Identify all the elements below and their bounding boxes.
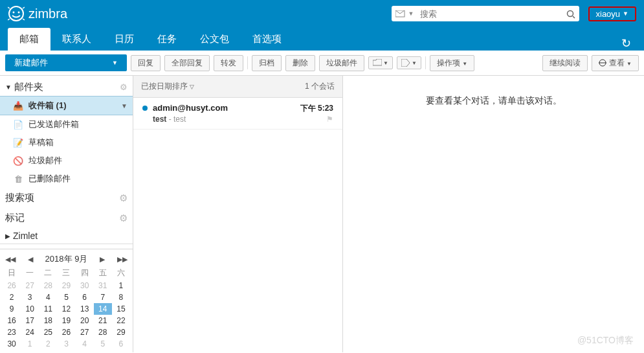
logo-icon — [8, 5, 25, 22]
cal-day[interactable]: 28 — [39, 280, 57, 291]
archive-button[interactable]: 归档 — [252, 55, 282, 71]
cal-day[interactable]: 25 — [39, 326, 57, 338]
cal-day[interactable]: 1 — [21, 338, 39, 350]
mini-calendar: ◀◀ ◀ 2018年 9月 ▶ ▶▶ 日一二三四五六26272829303112… — [0, 249, 133, 352]
folders-header[interactable]: ▼ 邮件夹 ⚙ — [0, 78, 133, 96]
cal-day[interactable]: 23 — [3, 326, 21, 338]
msg-from: admin@husyt.com — [153, 103, 228, 113]
mail-scope-icon[interactable] — [395, 9, 406, 19]
cal-day[interactable]: 8 — [112, 291, 130, 303]
sidebar-item-spam[interactable]: 🚫垃圾邮件 — [0, 152, 133, 170]
tab-首选项[interactable]: 首选项 — [241, 28, 293, 51]
cal-day[interactable]: 24 — [21, 326, 39, 338]
cal-day[interactable]: 26 — [57, 326, 75, 338]
tag-button[interactable]: ▼ — [397, 56, 421, 69]
cal-prev-year[interactable]: ◀◀ — [5, 255, 16, 264]
cal-next-month[interactable]: ▶ — [100, 255, 105, 264]
compose-button[interactable]: 新建邮件 ▼ — [5, 54, 127, 71]
inbox-icon: 📥 — [13, 101, 23, 111]
forward-button[interactable]: 转发 — [214, 55, 243, 71]
reply-button[interactable]: 回复 — [131, 55, 161, 71]
cal-day[interactable]: 20 — [76, 315, 94, 326]
cal-day[interactable]: 16 — [3, 315, 21, 326]
cal-day[interactable]: 3 — [57, 338, 75, 350]
cal-day[interactable]: 19 — [57, 315, 75, 326]
folder-move-button[interactable]: ▼ — [368, 56, 393, 69]
cal-day[interactable]: 27 — [76, 326, 94, 338]
sent-icon: 📄 — [13, 120, 23, 130]
empty-placeholder: 要查看某个对话，请单击该对话。 — [426, 95, 562, 106]
cal-day[interactable]: 28 — [94, 326, 112, 338]
cal-day[interactable]: 30 — [76, 280, 94, 291]
cal-day[interactable]: 2 — [3, 291, 21, 303]
search-box[interactable]: ▼ — [392, 6, 579, 21]
spam-button[interactable]: 垃圾邮件 — [319, 55, 364, 71]
continue-reading-button[interactable]: 继续阅读 — [542, 55, 588, 71]
cal-day[interactable]: 13 — [76, 303, 94, 315]
reply-all-button[interactable]: 全部回复 — [164, 55, 210, 71]
msg-preview: - test — [169, 115, 186, 124]
chevron-down-icon: ▼ — [112, 60, 118, 66]
cal-day[interactable]: 21 — [94, 315, 112, 326]
view-button[interactable]: 查看 ▼ — [592, 55, 639, 71]
message-item[interactable]: admin@husyt.com下午 5:23test - test⚑ — [133, 98, 342, 130]
reading-pane: 要查看某个对话，请单击该对话。 — [343, 76, 644, 352]
cal-day[interactable]: 30 — [3, 338, 21, 350]
cal-prev-month[interactable]: ◀ — [28, 255, 33, 264]
cal-day[interactable]: 14 — [94, 303, 112, 315]
cal-day[interactable]: 4 — [76, 338, 94, 350]
logo-text: zimbra — [28, 6, 67, 21]
cal-day[interactable]: 1 — [112, 280, 130, 291]
search-icon[interactable] — [566, 8, 575, 19]
sidebar-item-sent[interactable]: 📄已发送邮件箱 — [0, 115, 133, 133]
gear-icon[interactable]: ⚙ — [119, 192, 128, 204]
cal-day[interactable]: 22 — [112, 315, 130, 326]
cal-day[interactable]: 7 — [94, 291, 112, 303]
cal-day[interactable]: 12 — [57, 303, 75, 315]
cal-day[interactable]: 4 — [39, 291, 57, 303]
cal-day[interactable]: 31 — [94, 280, 112, 291]
tab-邮箱[interactable]: 邮箱 — [8, 28, 50, 51]
chevron-down-icon[interactable]: ▼ — [121, 102, 128, 109]
list-header[interactable]: 已按日期排序 ▽ 1 个会话 — [133, 76, 342, 98]
refresh-icon[interactable]: ↻ — [621, 36, 631, 51]
cal-next-year[interactable]: ▶▶ — [117, 255, 128, 264]
zimlet-section[interactable]: ▶ Zimlet — [0, 228, 133, 244]
cal-day[interactable]: 26 — [3, 280, 21, 291]
cal-day[interactable]: 29 — [112, 326, 130, 338]
search-section[interactable]: 搜索项 ⚙ — [0, 188, 133, 208]
sidebar-item-draft[interactable]: 📝草稿箱 — [0, 133, 133, 152]
cal-day[interactable]: 3 — [21, 291, 39, 303]
cal-day[interactable]: 27 — [21, 280, 39, 291]
cal-day[interactable]: 6 — [76, 291, 94, 303]
actions-button[interactable]: 操作项 ▼ — [430, 55, 474, 71]
cal-day[interactable]: 29 — [57, 280, 75, 291]
user-menu-button[interactable]: xiaoyu ▼ — [588, 6, 637, 21]
msg-time: 下午 5:23 — [300, 103, 333, 114]
svg-point-0 — [9, 6, 23, 21]
flag-icon[interactable]: ⚑ — [326, 115, 333, 124]
cal-day[interactable]: 17 — [21, 315, 39, 326]
cal-day[interactable]: 10 — [21, 303, 39, 315]
cal-day[interactable]: 6 — [112, 338, 130, 350]
cal-day[interactable]: 9 — [3, 303, 21, 315]
search-input[interactable] — [416, 9, 566, 19]
tab-任务[interactable]: 任务 — [146, 28, 188, 51]
tab-公文包[interactable]: 公文包 — [188, 28, 241, 51]
cal-day[interactable]: 5 — [94, 338, 112, 350]
cal-day[interactable]: 5 — [57, 291, 75, 303]
delete-button[interactable]: 删除 — [285, 55, 315, 71]
chevron-down-icon[interactable]: ▼ — [408, 10, 414, 17]
tab-日历[interactable]: 日历 — [103, 28, 146, 51]
cal-day[interactable]: 2 — [39, 338, 57, 350]
sidebar-item-trash[interactable]: 🗑已删除邮件 — [0, 170, 133, 188]
cal-day[interactable]: 18 — [39, 315, 57, 326]
gear-icon[interactable]: ⚙ — [120, 82, 128, 92]
gear-icon[interactable]: ⚙ — [119, 212, 128, 224]
cal-day[interactable]: 15 — [112, 303, 130, 315]
sidebar-item-inbox[interactable]: 📥收件箱 (1)▼ — [0, 96, 133, 115]
cal-day[interactable]: 11 — [39, 303, 57, 315]
tag-section[interactable]: 标记 ⚙ — [0, 208, 133, 228]
tab-联系人[interactable]: 联系人 — [50, 28, 103, 51]
chevron-right-icon: ▶ — [5, 233, 10, 240]
